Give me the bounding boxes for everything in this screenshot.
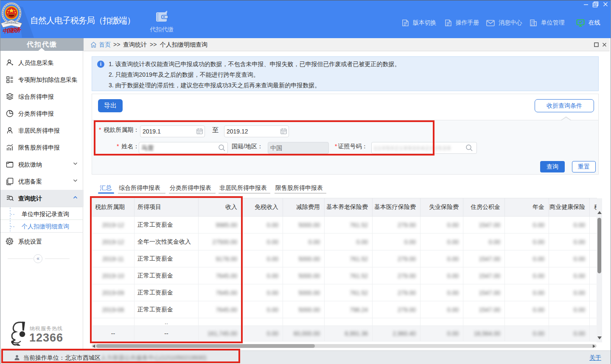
- svg-text:中国税务: 中国税务: [2, 26, 22, 34]
